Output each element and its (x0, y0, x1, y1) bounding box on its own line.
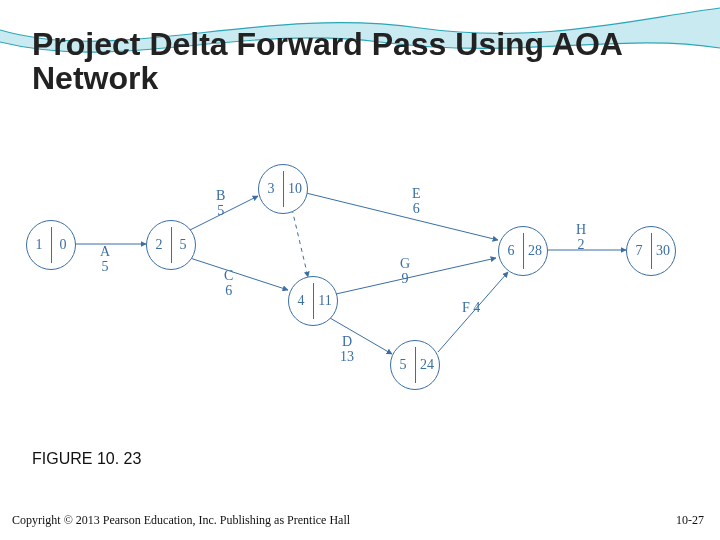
node-value: 30 (651, 243, 675, 259)
activity-duration: 6 (225, 283, 232, 298)
activity-duration: 13 (340, 349, 354, 364)
activity-duration: 2 (578, 237, 585, 252)
svg-line-3 (292, 209, 308, 277)
node-id: 7 (627, 243, 651, 259)
node-value: 11 (313, 293, 337, 309)
activity-duration: 9 (402, 271, 409, 286)
activity-E: E 6 (412, 186, 421, 217)
svg-line-4 (306, 193, 498, 240)
node-value: 28 (523, 243, 547, 259)
node-id: 5 (391, 357, 415, 373)
activity-name: C (224, 268, 233, 283)
activity-name: F (462, 300, 470, 315)
node-id: 1 (27, 237, 51, 253)
activity-D: D 13 (340, 334, 354, 365)
activity-G: G 9 (400, 256, 410, 287)
activity-B: B 5 (216, 188, 225, 219)
activity-name: H (576, 222, 586, 237)
activity-name: E (412, 186, 421, 201)
node-1: 1 0 (26, 220, 76, 270)
activity-duration: 5 (102, 259, 109, 274)
slide-number: 10-27 (676, 513, 704, 528)
activity-duration: 4 (473, 300, 480, 315)
figure-caption: FIGURE 10. 23 (32, 450, 141, 468)
activity-H: H 2 (576, 222, 586, 253)
svg-line-2 (190, 258, 288, 290)
node-value: 0 (51, 237, 75, 253)
node-value: 24 (415, 357, 439, 373)
activity-name: A (100, 244, 110, 259)
activity-duration: 5 (217, 203, 224, 218)
node-id: 2 (147, 237, 171, 253)
node-6: 6 28 (498, 226, 548, 276)
node-id: 4 (289, 293, 313, 309)
node-5: 5 24 (390, 340, 440, 390)
activity-name: G (400, 256, 410, 271)
activity-name: B (216, 188, 225, 203)
activity-name: D (342, 334, 352, 349)
svg-line-5 (336, 258, 496, 294)
node-id: 3 (259, 181, 283, 197)
node-value: 10 (283, 181, 307, 197)
copyright-text: Copyright © 2013 Pearson Education, Inc.… (12, 513, 350, 528)
node-value: 5 (171, 237, 195, 253)
activity-A: A 5 (100, 244, 110, 275)
slide-title: Project Delta Forward Pass Using AOA Net… (32, 28, 700, 95)
node-4: 4 11 (288, 276, 338, 326)
edges-svg (20, 160, 700, 410)
activity-C: C 6 (224, 268, 233, 299)
aoa-network-diagram: 1 0 2 5 3 10 4 11 5 24 6 28 7 30 A 5 B 5 (20, 160, 700, 410)
node-2: 2 5 (146, 220, 196, 270)
node-3: 3 10 (258, 164, 308, 214)
node-id: 6 (499, 243, 523, 259)
activity-duration: 6 (413, 201, 420, 216)
node-7: 7 30 (626, 226, 676, 276)
activity-F: F 4 (462, 300, 480, 315)
